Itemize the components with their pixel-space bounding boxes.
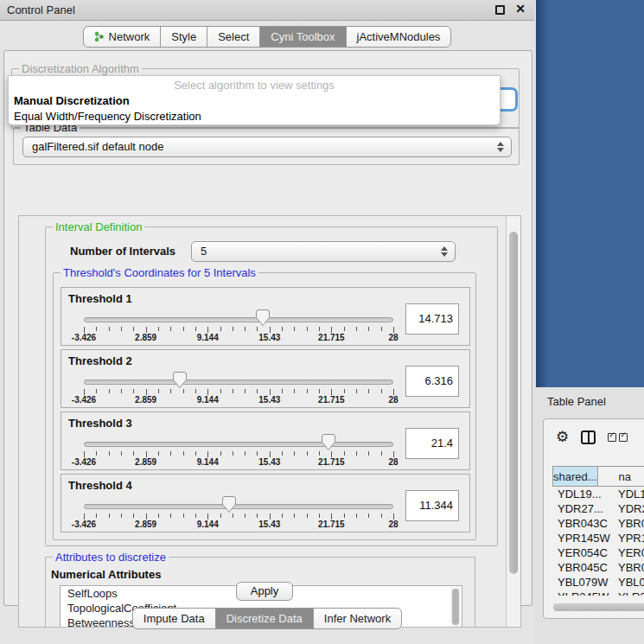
node-table[interactable]: shared... na YDL19...YDL1YDR27...YDR2YBR… <box>552 466 644 596</box>
threshold-2-label: Threshold 2 <box>68 354 132 367</box>
threshold-1-tick-labels: -3.4262.8599.14415.4321.71528 <box>84 333 393 343</box>
number-of-intervals-value: 5 <box>201 242 207 261</box>
apply-button[interactable]: Apply <box>236 582 293 601</box>
cell-name[interactable]: YPR1 <box>615 531 644 545</box>
threshold-3-row: Threshold 3 -3.4262.8599.14415.4321.7152… <box>61 411 470 470</box>
table-header-row: shared... na <box>552 466 644 487</box>
table-row[interactable]: YLR345WYLR3 <box>552 590 644 596</box>
table-body: YDL19...YDL1YDR27...YDR2YBR043CYBR0YPR14… <box>552 487 644 596</box>
tab-select[interactable]: Select <box>207 26 260 48</box>
algorithm-placeholder-item: Select algorithm to view settings <box>9 79 500 92</box>
table-data-group: Table Data galFiltered.sif default node <box>13 127 520 165</box>
cell-shared-name[interactable]: YBR045C <box>552 560 615 575</box>
tab-infer-network[interactable]: Infer Network <box>313 608 402 629</box>
cell-shared-name[interactable]: YDL19... <box>552 487 615 501</box>
threshold-3-label: Threshold 3 <box>68 417 132 430</box>
tab-impute-data[interactable]: Impute Data <box>132 608 216 629</box>
tab-jactivemnodules[interactable]: jActiveMNodules <box>346 26 452 48</box>
control-panel-title: Control Panel <box>7 0 75 20</box>
cell-name[interactable]: YBR0 <box>615 516 644 531</box>
cell-name[interactable]: YDL1 <box>615 487 644 501</box>
float-window-icon[interactable] <box>495 5 505 15</box>
cell-name[interactable]: YBL0 <box>615 575 644 590</box>
cell-shared-name[interactable]: YDR27... <box>552 501 615 516</box>
table-row[interactable]: YDL19...YDL1 <box>552 487 644 501</box>
interval-definition-group: Interval Definition Number of Intervals … <box>45 226 498 546</box>
table-row[interactable]: YPR145WYPR1 <box>552 531 644 545</box>
cell-shared-name[interactable]: YER054C <box>552 545 615 560</box>
column-header-name[interactable]: na <box>598 467 644 486</box>
tab-label: Cyni Toolbox <box>271 30 335 43</box>
tab-label: Select <box>218 30 249 43</box>
tab-label: Discretize Data <box>226 612 303 625</box>
column-header-shared-name[interactable]: shared... <box>552 467 598 486</box>
close-icon[interactable]: ✕ <box>515 2 526 16</box>
cell-name[interactable]: YDR2 <box>615 501 644 516</box>
thresholds-group: Threshold's Coordinates for 5 Intervals … <box>53 272 476 540</box>
threshold-2-tick-labels: -3.4262.8599.14415.4321.71528 <box>84 395 393 405</box>
threshold-4-row: Threshold 4 -3.4262.8599.14415.4321.7152… <box>61 474 470 532</box>
threshold-1-row: Threshold 1 -3.4262.8599.14415.4321.7152… <box>61 287 470 346</box>
threshold-4-ticks <box>84 513 393 520</box>
number-of-intervals-combobox[interactable]: 5 <box>191 241 456 262</box>
cyni-toolbox-panel: Discretization Algorithm Select algorith… <box>3 50 532 606</box>
checkbox-icon[interactable] <box>608 433 616 442</box>
cell-name[interactable]: YBR0 <box>615 560 644 575</box>
table-row[interactable]: YBL079WYBL0 <box>552 575 644 590</box>
threshold-3-ticks <box>84 451 393 457</box>
control-panel-tabs: NetworkStyleSelectCyni ToolboxjActiveMNo… <box>0 26 534 48</box>
algorithm-dropdown-popup: Select algorithm to view settings Manual… <box>8 75 501 125</box>
split-table-icon[interactable] <box>581 430 596 444</box>
settings-vertical-scrollbar[interactable] <box>506 216 520 627</box>
table-horizontal-scrollbar[interactable] <box>552 603 644 612</box>
numerical-attributes-label: Numerical Attributes <box>51 568 161 581</box>
table-data-combobox[interactable]: galFiltered.sif default node <box>22 137 512 157</box>
threshold-4-slider-track[interactable] <box>84 504 393 509</box>
table-toolbar: ⚙ <box>556 430 628 444</box>
threshold-3-value-field[interactable]: 21.4 <box>405 428 459 459</box>
number-of-intervals-label: Number of Intervals <box>70 245 175 258</box>
tab-label: Impute Data <box>143 612 205 625</box>
threshold-1-slider-track[interactable] <box>84 317 393 322</box>
threshold-2-slider-track[interactable] <box>84 379 393 385</box>
cell-name[interactable]: YER0 <box>615 545 644 560</box>
threshold-4-value-field[interactable]: 11.344 <box>405 490 459 521</box>
control-panel-window: Control Panel ✕ NetworkStyleSelectCyni T… <box>0 0 534 644</box>
checkbox-icon[interactable] <box>619 433 628 442</box>
cell-shared-name[interactable]: YBR043C <box>552 516 615 531</box>
tab-label: Network <box>109 30 150 43</box>
table-data-value: galFiltered.sif default node <box>32 137 163 156</box>
threshold-3-slider-thumb[interactable] <box>322 434 335 450</box>
tab-style[interactable]: Style <box>160 26 207 48</box>
threshold-1-value-field[interactable]: 14.713 <box>405 303 459 335</box>
cell-shared-name[interactable]: YPR145W <box>552 531 615 545</box>
threshold-3-tick-labels: -3.4262.8599.14415.4321.71528 <box>84 457 393 468</box>
threshold-2-slider-thumb[interactable] <box>173 372 187 388</box>
threshold-1-label: Threshold 1 <box>68 292 132 305</box>
tab-cyni-toolbox[interactable]: Cyni Toolbox <box>259 26 346 48</box>
table-row[interactable]: YBR045CYBR0 <box>552 560 644 575</box>
cell-shared-name[interactable]: YBL079W <box>552 575 615 590</box>
network-icon <box>94 31 105 42</box>
algorithm-option-manual[interactable]: Manual Discretization <box>14 94 130 107</box>
tab-discretize-data[interactable]: Discretize Data <box>215 608 314 629</box>
column-checkboxes <box>608 433 628 442</box>
threshold-2-row: Threshold 2 -3.4262.8599.14415.4321.7152… <box>61 349 470 408</box>
algorithm-option-equal-width[interactable]: Equal Width/Frequency Discretization <box>14 110 201 123</box>
threshold-2-value-field[interactable]: 6.316 <box>405 366 459 397</box>
interval-definition-title: Interval Definition <box>53 220 144 233</box>
attributes-group-title: Attributes to discretize <box>53 551 169 564</box>
table-row[interactable]: YBR043CYBR0 <box>552 516 644 531</box>
threshold-1-slider-thumb[interactable] <box>256 309 270 326</box>
table-row[interactable]: YER054CYER0 <box>552 545 644 560</box>
gear-icon[interactable]: ⚙ <box>556 430 569 444</box>
cell-name[interactable]: YLR3 <box>615 590 644 596</box>
table-row[interactable]: YDR27...YDR2 <box>552 501 644 516</box>
cyni-mode-tabs: Impute DataDiscretize DataInfer Network <box>0 608 534 629</box>
combo-arrows-icon <box>496 141 504 153</box>
tab-network[interactable]: Network <box>83 26 162 48</box>
threshold-3-slider-track[interactable] <box>84 442 393 447</box>
threshold-4-slider-thumb[interactable] <box>222 496 236 513</box>
cell-shared-name[interactable]: YLR345W <box>552 590 615 596</box>
threshold-4-label: Threshold 4 <box>68 479 132 492</box>
